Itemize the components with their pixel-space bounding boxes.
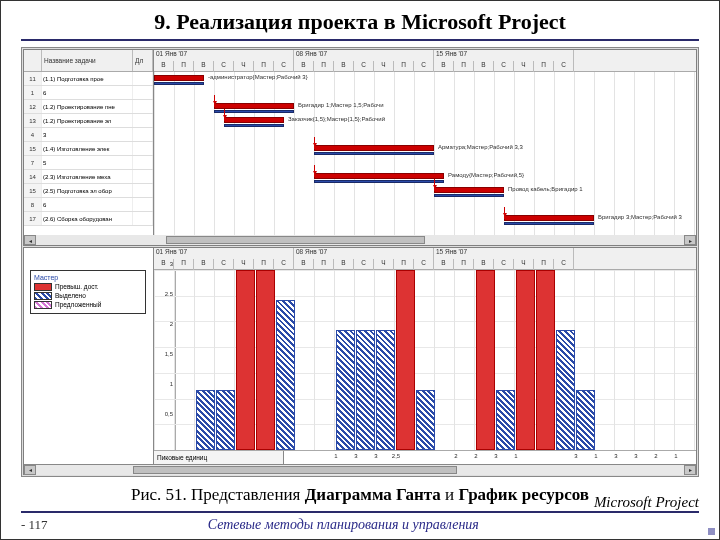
gantt-bar[interactable] [504, 215, 594, 221]
scroll-right-icon[interactable]: ▸ [684, 235, 696, 245]
gantt-bar[interactable] [214, 103, 294, 109]
gantt-bar[interactable] [224, 117, 284, 123]
page-number: - 117 [21, 517, 48, 533]
legend-item: Превыш. дост. [34, 283, 142, 291]
bar-label: Заказчик{1,5};Мастер{1,5};Рабочий [288, 116, 385, 122]
table-row[interactable]: 75 [24, 156, 153, 170]
footer-label: Пиковые единиц [154, 451, 284, 464]
resource-bar[interactable] [376, 330, 395, 450]
resource-legend-col: Мастер Превыш. дост.ВыделеноПредложенный [24, 248, 154, 464]
footer-value: 3 [374, 453, 377, 459]
slide-corner-icon [708, 528, 715, 535]
resource-bar[interactable] [416, 390, 435, 450]
legend-box: Мастер Превыш. дост.ВыделеноПредложенный [30, 270, 146, 314]
resource-bar[interactable] [336, 330, 355, 450]
footer-value: 2,5 [392, 453, 400, 459]
resource-bar[interactable] [396, 270, 415, 450]
legend-item: Выделено [34, 292, 142, 300]
resource-hscroll[interactable]: ◂ ▸ [24, 464, 696, 474]
gantt-bar[interactable] [154, 75, 204, 81]
footer-value: 3 [354, 453, 357, 459]
table-row[interactable]: 43 [24, 128, 153, 142]
gantt-view: Название задачи Дл 11(1.1) Подготовка пр… [23, 49, 697, 246]
bar-label: Провод кабель;Бригадир 1 [508, 186, 583, 192]
footer-value: 2 [474, 453, 477, 459]
table-row[interactable]: 11(1.1) Подготовка прое [24, 72, 153, 86]
legend-item: Предложенный [34, 301, 142, 309]
table-row[interactable]: 14(2.3) Изготовление меха [24, 170, 153, 184]
col-duration[interactable]: Дл [133, 50, 153, 71]
footer-value: 3 [494, 453, 497, 459]
bar-label: Бригадир 3;Мастер;Рабочий 3 [598, 214, 682, 220]
gantt-bar[interactable] [434, 187, 504, 193]
footer-value: 3 [614, 453, 617, 459]
table-row[interactable]: 17(2.6) Сборка оборудован [24, 212, 153, 226]
footer-value: 1 [334, 453, 337, 459]
slide-title: 9. Реализация проекта в Microsoft Projec… [21, 9, 699, 41]
table-row[interactable]: 15(1.4) Изготовление элек [24, 142, 153, 156]
msproject-app: Название задачи Дл 11(1.1) Подготовка пр… [21, 47, 699, 477]
resource-bar[interactable] [536, 270, 555, 450]
resource-bar[interactable] [516, 270, 535, 450]
footer-value: 1 [594, 453, 597, 459]
resource-bar[interactable] [216, 390, 235, 450]
table-row[interactable]: 86 [24, 198, 153, 212]
footer-value: 3 [574, 453, 577, 459]
gantt-bar[interactable] [314, 173, 444, 179]
resource-chart[interactable]: 01 Янв '0708 Янв '0715 Янв '07ВПВСЧПСВПВ… [154, 248, 696, 464]
resource-bar[interactable] [356, 330, 375, 450]
table-row[interactable]: 15(2.5) Подготовка эл обор [24, 184, 153, 198]
resource-graph-view: Мастер Превыш. дост.ВыделеноПредложенный… [23, 247, 697, 475]
resource-footer: Пиковые единиц 1332,52231313321 [154, 450, 696, 464]
resource-bar[interactable] [276, 300, 295, 450]
bar-label: Рамоду{Мастер;Рабочий,5} [448, 172, 524, 178]
col-id[interactable] [24, 50, 42, 71]
scroll-left-icon[interactable]: ◂ [24, 465, 36, 475]
legend-title: Мастер [34, 274, 142, 281]
resource-bar[interactable] [256, 270, 275, 450]
resource-bar[interactable] [576, 390, 595, 450]
footer-value: 3 [634, 453, 637, 459]
time-scale[interactable]: 01 Янв '0708 Янв '0715 Янв '07ВПВСЧПСВПВ… [154, 248, 696, 270]
scroll-right-icon[interactable]: ▸ [684, 465, 696, 475]
task-header: Название задачи Дл [24, 50, 153, 72]
table-row[interactable]: 16 [24, 86, 153, 100]
resource-bar[interactable] [496, 390, 515, 450]
resource-bar[interactable] [476, 270, 495, 450]
footer-appname: Microsoft Project [594, 494, 699, 511]
footer-value: 1 [674, 453, 677, 459]
footer-value: 2 [654, 453, 657, 459]
time-scale[interactable]: 01 Янв '0708 Янв '0715 Янв '07ВПВСЧПСВПВ… [154, 50, 696, 72]
resource-bar[interactable] [556, 330, 575, 450]
bar-label: Бригадир 1;Мастер 1,5;Рабочи [298, 102, 384, 108]
task-table[interactable]: Название задачи Дл 11(1.1) Подготовка пр… [24, 50, 154, 235]
scroll-left-icon[interactable]: ◂ [24, 235, 36, 245]
footer-value: 1 [514, 453, 517, 459]
gantt-hscroll[interactable]: ◂ ▸ [24, 235, 696, 245]
table-row[interactable]: 13(1.2) Проектирование эл [24, 114, 153, 128]
resource-bar[interactable] [196, 390, 215, 450]
gantt-bar[interactable] [314, 145, 434, 151]
footer-value: 2 [454, 453, 457, 459]
resource-bar[interactable] [236, 270, 255, 450]
bar-label: -администратор{Мастер;Рабочий 3} [208, 74, 308, 80]
gantt-chart[interactable]: 01 Янв '0708 Янв '0715 Янв '07ВПВСЧПСВПВ… [154, 50, 696, 235]
bar-label: Арматура;Мастер;Рабочий 3,3 [438, 144, 523, 150]
col-name[interactable]: Название задачи [42, 50, 133, 71]
table-row[interactable]: 12(1.2) Проектирование пне [24, 100, 153, 114]
footer-subtitle: Сетевые методы планирования и управления [48, 517, 639, 533]
